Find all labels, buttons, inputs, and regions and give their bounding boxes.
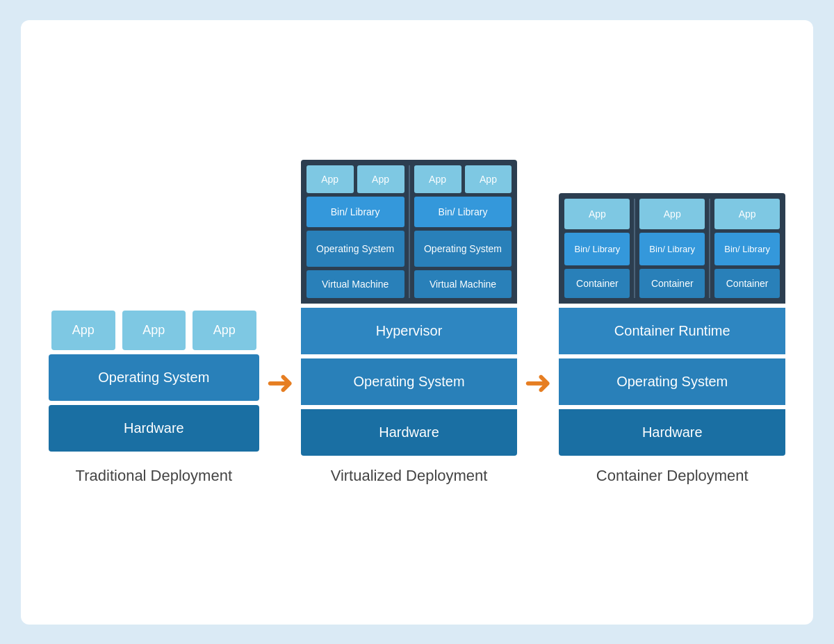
deployment-diagram: App App App Operating System Hardware Tr… <box>49 160 785 485</box>
cont-2-binlib: Bin/ Library <box>639 233 705 265</box>
trad-app-1: App <box>51 311 115 350</box>
arrow-2: ➜ <box>524 363 552 485</box>
vm1-os: Operating System <box>306 231 404 267</box>
cont-hw: Hardware <box>559 409 785 456</box>
cont-divider-1 <box>634 199 635 298</box>
virt-hw: Hardware <box>301 409 518 456</box>
trad-hw: Hardware <box>49 405 259 452</box>
virt-label: Virtualized Deployment <box>301 467 518 485</box>
trad-os: Operating System <box>49 354 259 401</box>
vm-column-1: App App Bin/ Library Operating System Vi… <box>306 165 404 298</box>
cont-os: Operating System <box>559 358 785 405</box>
cont-3-binlib: Bin/ Library <box>714 233 780 265</box>
vm2-os: Operating System <box>414 231 512 267</box>
vm2-binlib: Bin/ Library <box>414 197 512 227</box>
trad-app-3: App <box>193 311 256 350</box>
vm1-app-1: App <box>306 165 354 193</box>
vm-divider <box>409 165 410 298</box>
cont-col-3: App Bin/ Library Container <box>714 199 780 298</box>
virt-vms-container: App App Bin/ Library Operating System Vi… <box>301 160 518 304</box>
vm2-app-2: App <box>465 165 512 193</box>
vm-column-2: App App Bin/ Library Operating System Vi… <box>414 165 512 298</box>
vm1-apps: App App <box>306 165 404 193</box>
cont-col-2: App Bin/ Library Container <box>639 199 705 298</box>
virt-hypervisor: Hypervisor <box>301 308 518 354</box>
vm2-app-1: App <box>414 165 461 193</box>
cont-2-label: Container <box>639 269 705 298</box>
virtualized-section: App App Bin/ Library Operating System Vi… <box>301 160 518 485</box>
cont-col-1: App Bin/ Library Container <box>564 199 630 298</box>
cont-label: Container Deployment <box>559 467 785 485</box>
vm1-binlib: Bin/ Library <box>306 197 404 227</box>
cont-3-app: App <box>714 199 780 229</box>
cont-boxes-row: App Bin/ Library Container App Bin/ Libr… <box>559 193 785 304</box>
vm1-label: Virtual Machine <box>306 270 404 298</box>
cont-2-app: App <box>639 199 705 229</box>
cont-divider-2 <box>709 199 710 298</box>
main-card: App App App Operating System Hardware Tr… <box>21 20 813 625</box>
cont-3-label: Container <box>714 269 780 298</box>
cont-1-binlib: Bin/ Library <box>564 233 630 265</box>
trad-apps-row: App App App <box>49 311 259 350</box>
virt-os: Operating System <box>301 358 518 405</box>
vm2-apps: App App <box>414 165 512 193</box>
vm1-app-2: App <box>357 165 404 193</box>
cont-1-app: App <box>564 199 630 229</box>
arrow-1: ➜ <box>266 363 294 485</box>
trad-label: Traditional Deployment <box>49 467 259 485</box>
trad-app-2: App <box>122 311 186 350</box>
container-section: App Bin/ Library Container App Bin/ Libr… <box>559 193 785 485</box>
cont-1-label: Container <box>564 269 630 298</box>
vm2-label: Virtual Machine <box>414 270 512 298</box>
traditional-section: App App App Operating System Hardware Tr… <box>49 311 259 485</box>
cont-runtime: Container Runtime <box>559 308 785 354</box>
